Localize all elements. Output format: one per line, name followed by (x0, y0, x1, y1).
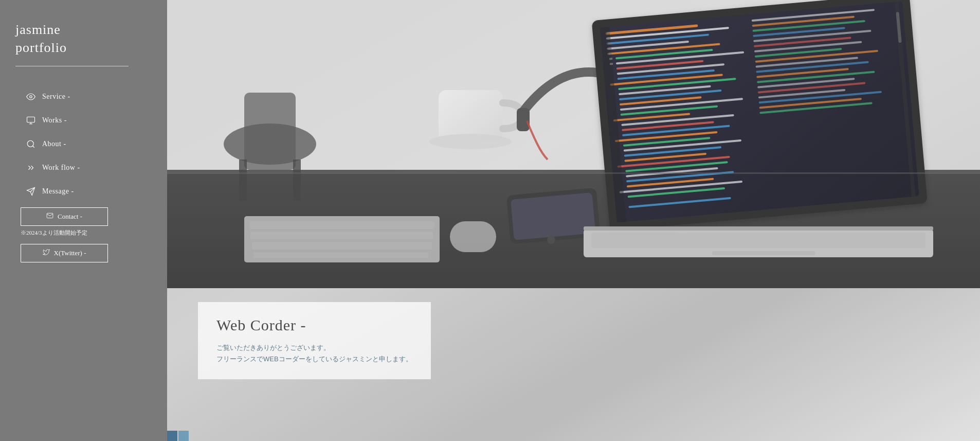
twitter-label: X(Twitter) - (54, 249, 86, 257)
sidebar-item-works[interactable]: Works - (15, 109, 152, 132)
arrows-icon (26, 163, 36, 173)
hero-title: Web Corder - (216, 316, 412, 334)
search-icon (26, 139, 36, 149)
contact-button[interactable]: Contact - (21, 207, 108, 226)
sidebar: jasmine portfolio Service - Works - Abou… (0, 0, 167, 441)
about-label: About - (42, 140, 66, 148)
svg-point-0 (30, 96, 32, 98)
svg-rect-1 (27, 117, 35, 122)
twitter-button[interactable]: X(Twitter) - (21, 244, 108, 262)
sidebar-item-message[interactable]: Message - (15, 180, 152, 203)
main-nav: Service - Works - About - Work flow - (15, 85, 152, 203)
message-label: Message - (42, 187, 74, 196)
title-divider (15, 66, 129, 66)
hero-subtitle-line1: ご覧いただきありがとうございます。 (216, 342, 412, 354)
hero-overlay: Web Corder - ご覧いただきありがとうございます。 フリーランスでWE… (198, 302, 431, 379)
workflow-label: Work flow - (42, 164, 80, 172)
contact-note: ※2024/3より活動開始予定 (21, 229, 152, 237)
eye-icon (26, 92, 36, 102)
svg-point-4 (27, 140, 33, 147)
monitor-icon (26, 115, 36, 126)
send-icon (26, 186, 36, 197)
works-label: Works - (42, 116, 67, 125)
twitter-icon (43, 249, 50, 258)
sidebar-item-service[interactable]: Service - (15, 85, 152, 109)
svg-line-5 (32, 146, 34, 148)
service-label: Service - (42, 93, 70, 101)
accent-square-2 (178, 431, 189, 441)
main-content: Web Corder - ご覧いただきありがとうございます。 フリーランスでWE… (167, 0, 980, 441)
sidebar-item-about[interactable]: About - (15, 132, 152, 156)
accent-squares (167, 431, 189, 441)
contact-icon (46, 212, 53, 221)
site-title: jasmine portfolio (15, 21, 152, 57)
hero-subtitle-line2: フリーランスでWEBコーダーをしているジャスミンと申します。 (216, 354, 412, 365)
accent-square-1 (167, 431, 177, 441)
sidebar-item-workflow[interactable]: Work flow - (15, 156, 152, 180)
hero-subtitle: ご覧いただきありがとうございます。 フリーランスでWEBコーダーをしているジャス… (216, 342, 412, 365)
contact-label: Contact - (58, 213, 82, 221)
